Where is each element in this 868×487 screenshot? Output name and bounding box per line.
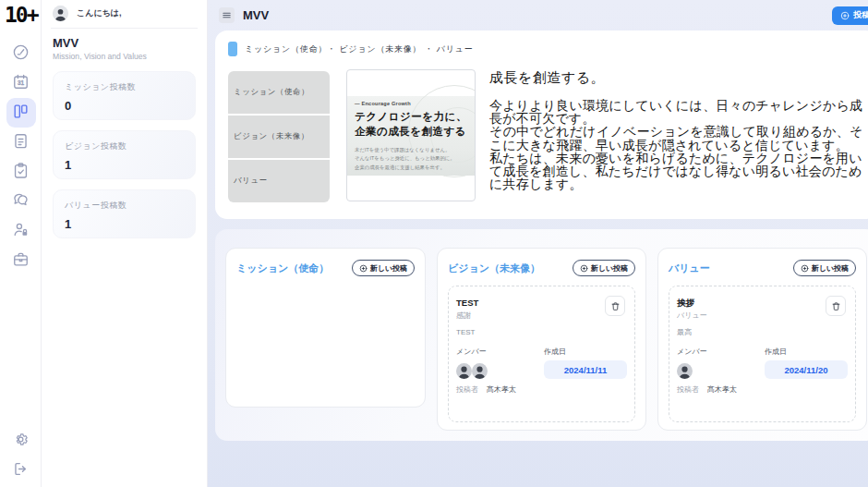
logout-button[interactable]: [6, 456, 36, 485]
author-name: 髙木孝太: [707, 384, 737, 395]
briefcase-icon: [12, 250, 30, 272]
post-card-value: 挨拶 バリュー 最高 メンバー 投稿者 髙木孝太: [669, 286, 856, 422]
new-post-label: 新しい投稿: [370, 263, 407, 274]
main-area: MVV 投稿 ミッション（使命）・ ビジョン（未来像） ・ バリュー ミッション…: [208, 0, 868, 487]
poster-subtext: 未だITを使う中で課題はなくなりません。 そんなITをもっと身近に、もっと効果的…: [355, 146, 455, 172]
created-label: 作成日: [544, 347, 627, 357]
mvv-breadcrumb: ミッション（使命）・ ビジョン（未来像） ・ バリュー: [245, 43, 474, 55]
poster-tagline: — Encourage Growth: [355, 101, 411, 106]
post-body: TEST: [456, 327, 627, 337]
new-post-button-value[interactable]: 新しい投稿: [793, 260, 856, 276]
plus-circle-icon: [801, 264, 809, 273]
vision-posts-column: ビジョン（未来像） 新しい投稿 TEST 感謝 TEST メンバー: [437, 248, 646, 431]
icon-sidebar: 10+ 31: [0, 0, 42, 487]
app: 10+ 31: [0, 0, 868, 487]
column-title-value: バリュー: [669, 262, 710, 275]
author-label: 投稿者: [456, 384, 478, 395]
logout-icon: [12, 460, 30, 481]
author-name: 髙木孝太: [487, 384, 516, 395]
dashboard-gauge-icon: [12, 43, 30, 65]
plus-circle-icon: [580, 264, 588, 273]
created-date-badge: 2024/11/11: [544, 360, 627, 379]
post-body: 最高: [677, 327, 848, 337]
user-avatar: [53, 6, 68, 21]
members-label: メンバー: [677, 347, 765, 357]
post-category: 感謝: [456, 310, 627, 321]
svg-text:31: 31: [18, 79, 25, 86]
post-button[interactable]: 投稿: [832, 6, 868, 25]
category-vision[interactable]: ビジョン（未来像）: [228, 116, 330, 158]
created-date-badge: 2024/11/20: [765, 360, 848, 379]
delete-post-button[interactable]: [826, 296, 846, 316]
panel-divider: [51, 28, 198, 29]
topbar: MVV 投稿: [208, 0, 868, 30]
document-icon: [12, 132, 30, 153]
settings-button[interactable]: [6, 426, 36, 456]
page-title: MVV: [243, 8, 269, 22]
member-avatar: [456, 363, 472, 379]
post-button-label: 投稿: [853, 9, 868, 21]
sidebar-item-dashboard[interactable]: [6, 39, 36, 68]
calendar-icon: 31: [12, 73, 30, 94]
section-marker: [228, 42, 237, 56]
menu-toggle-button[interactable]: [219, 7, 235, 23]
author-label: 投稿者: [677, 384, 699, 395]
vision-description: 成長を創造する。 今よりより良い環境にしていくには、日々のチャレンジから成長が不…: [489, 67, 864, 202]
sidebar-item-calendar[interactable]: 31: [6, 68, 36, 98]
stat-value: 0: [65, 99, 184, 113]
category-mission[interactable]: ミッション（使命）: [228, 71, 330, 114]
stat-card-vision: ビジョン投稿数 1: [53, 130, 196, 179]
sidebar-item-mvv-board[interactable]: [6, 98, 36, 128]
greeting-text: こんにちは,: [77, 7, 122, 19]
mvv-overview-card: ミッション（使命）・ ビジョン（未来像） ・ バリュー ミッション（使命） ビジ…: [215, 30, 868, 219]
stat-card-mission: ミッション投稿数 0: [53, 71, 196, 120]
post-category: バリュー: [677, 310, 848, 321]
sidebar-item-tasks[interactable]: [6, 157, 36, 187]
post-title: TEST: [456, 298, 627, 309]
mission-posts-column: ミッション（使命） 新しい投稿: [225, 248, 426, 408]
stat-label: ミッション投稿数: [65, 81, 184, 93]
panel-subtitle: Mission, Vision and Values: [53, 52, 196, 61]
post-card-vision: TEST 感謝 TEST メンバー 投稿者: [448, 286, 635, 422]
column-title-vision: ビジョン（未来像）: [448, 262, 540, 275]
category-value[interactable]: バリュー: [228, 160, 330, 202]
mission-poster-image: — Encourage Growth テクノロジーを力に、企業の成長を創造する …: [346, 69, 476, 201]
profile-panel: こんにちは, MVV Mission, Vision and Values ミッ…: [42, 0, 208, 487]
new-post-button-mission[interactable]: 新しい投稿: [352, 260, 415, 276]
user-lock-icon: [12, 221, 30, 242]
member-avatar: [677, 363, 693, 379]
clipboard-check-icon: [12, 162, 30, 183]
kanban-board-icon: [12, 103, 30, 124]
value-posts-column: バリュー 新しい投稿 挨拶 バリュー 最高 メンバー: [657, 248, 867, 431]
sidebar-item-documents[interactable]: [6, 128, 36, 157]
sidebar-item-chat[interactable]: [6, 187, 36, 216]
new-post-label: 新しい投稿: [812, 263, 849, 274]
new-post-button-vision[interactable]: 新しい投稿: [573, 260, 635, 276]
category-list: ミッション（使命） ビジョン（未来像） バリュー: [228, 71, 330, 202]
stat-value: 1: [65, 158, 184, 172]
vision-body: 今よりより良い環境にしていくには、日々のチャレンジから成長が不可欠です。 その中…: [489, 99, 864, 190]
delete-post-button[interactable]: [605, 296, 625, 316]
stat-label: ビジョン投稿数: [65, 140, 184, 152]
posts-section: ミッション（使命） 新しい投稿 ビジョン（未来像） 新しい投稿 TES: [215, 229, 868, 441]
members-label: メンバー: [456, 347, 544, 357]
member-avatar: [472, 363, 488, 379]
sidebar-item-company[interactable]: [6, 246, 36, 275]
plus-circle-icon: [359, 264, 368, 273]
created-label: 作成日: [765, 347, 848, 357]
stat-value: 1: [65, 217, 184, 231]
stat-label: バリュー投稿数: [65, 200, 184, 212]
stat-card-value: バリュー投稿数 1: [53, 189, 196, 238]
poster-headline: テクノロジーを力に、企業の成長を創造する: [355, 110, 467, 139]
sidebar-item-members[interactable]: [6, 216, 36, 246]
post-title: 挨拶: [677, 298, 848, 309]
vision-heading: 成長を創造する。: [489, 69, 864, 87]
column-title-mission: ミッション（使命）: [236, 262, 329, 275]
chat-bubbles-icon: [12, 191, 30, 213]
plus-circle-icon: [840, 11, 850, 20]
panel-title: MVV: [53, 36, 196, 50]
new-post-label: 新しい投稿: [591, 263, 628, 274]
app-logo: 10+: [0, 0, 41, 27]
gear-icon: [12, 431, 30, 452]
